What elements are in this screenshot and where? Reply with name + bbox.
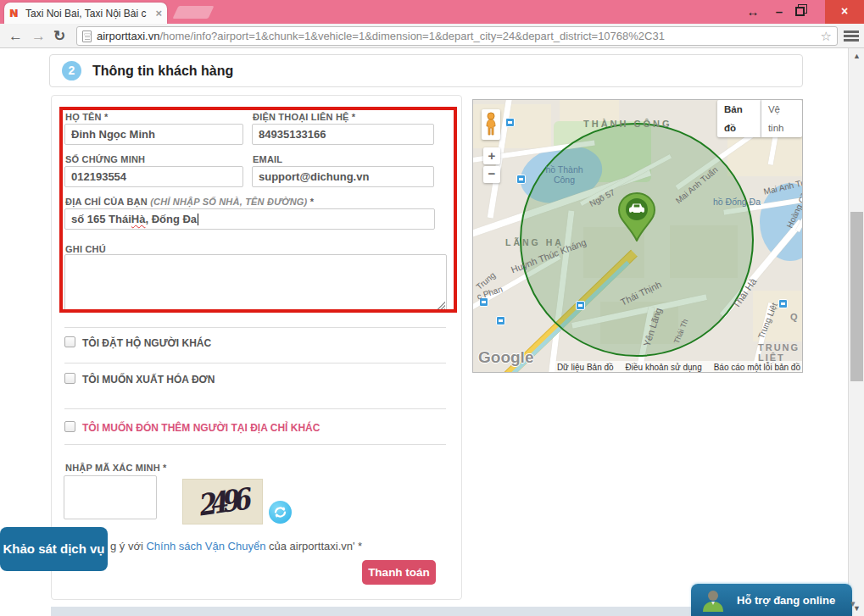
page-icon — [82, 31, 92, 42]
map-label-thanh-cong: THÀNH CÔNG — [583, 119, 672, 129]
name-input[interactable] — [64, 124, 243, 145]
agreement-text: g ý với Chính sách Vận Chuyển của airpor… — [110, 540, 362, 552]
terms-of-use-link[interactable]: Điều khoản sử dụng — [626, 363, 702, 372]
address-value-misspelled: Hà — [131, 213, 146, 225]
page-scrollbar[interactable]: ▲ ▼ — [848, 48, 864, 616]
text-cursor — [198, 214, 198, 225]
google-map[interactable]: Trường Đại học THÀNH CÔNG hồ Thành Công … — [472, 99, 803, 373]
invoice-checkbox[interactable] — [64, 373, 75, 384]
map-label-lang-ha: LÃNG HẠ — [505, 237, 564, 247]
street-view-pegman-control[interactable] — [482, 109, 500, 140]
captcha-text: 2496 — [198, 481, 248, 523]
pay-button[interactable]: Thanh toán — [362, 560, 436, 585]
survey-button[interactable]: Khảo sát dịch vụ — [0, 527, 108, 571]
window-resize-icon[interactable]: ↔ — [741, 0, 765, 24]
address-label: ĐỊA CHỈ CỦA BẠN (CHỈ NHẬP SỐ NHÀ, TÊN ĐƯ… — [65, 197, 314, 207]
site-favicon-icon: N — [9, 8, 21, 19]
map-zoom-out-button[interactable]: − — [483, 166, 500, 183]
browser-tab[interactable]: N Taxi Noi Bai, Taxi Nội Bài c × — [4, 3, 167, 24]
pegman-icon — [482, 109, 500, 140]
forward-icon[interactable]: → — [31, 24, 50, 48]
back-icon[interactable]: ← — [8, 24, 27, 48]
bus-stop-icon — [576, 301, 585, 310]
address-value: số 165 Thái — [71, 213, 131, 225]
refresh-icon[interactable]: ↻ — [53, 24, 72, 48]
email-label: EMAIL — [253, 154, 282, 164]
transport-policy-link[interactable]: Chính sách Vận Chuyển — [146, 540, 265, 552]
bus-stop-icon — [516, 175, 526, 184]
map-label-trung-liet-district: TRUNG LIỆT — [758, 342, 802, 363]
email-input[interactable] — [252, 166, 434, 187]
phone-label: ĐIỆN THOẠI LIÊN HỆ * — [253, 112, 355, 122]
section-title: Thông tin khách hàng — [92, 64, 233, 79]
chrome-menu-icon[interactable] — [844, 31, 859, 42]
section-header: 2 Thông tin khách hàng — [49, 54, 803, 87]
footer-strip — [51, 607, 803, 616]
phone-input[interactable] — [252, 124, 434, 145]
tab-close-icon[interactable]: × — [155, 7, 162, 19]
divider — [64, 408, 446, 409]
divider — [64, 363, 446, 363]
map-zoom-in-button[interactable]: + — [483, 147, 500, 164]
address-label-note: (CHỈ NHẬP SỐ NHÀ, TÊN ĐƯỜNG) — [150, 197, 307, 207]
scroll-up-icon[interactable]: ▲ — [849, 52, 864, 60]
id-number-label: SỐ CHỨNG MINH — [65, 154, 145, 164]
map-type-control: Bản đồ Vệ tinh — [717, 109, 802, 128]
scrollbar-thumb[interactable] — [850, 212, 863, 381]
support-chat-widget[interactable]: Hỗ trợ đang online — [691, 584, 852, 616]
chat-collapse-icon[interactable]: ▾ — [850, 598, 856, 609]
map-label-ho-dong-da: hồ Đống Đa — [713, 197, 761, 207]
captcha-refresh-button[interactable] — [269, 501, 292, 524]
browser-window: N Taxi Noi Bai, Taxi Nội Bài c × ↔ – × ←… — [0, 0, 864, 616]
report-map-error-link[interactable]: Báo cáo một lỗi bản đồ — [714, 363, 800, 372]
url-text[interactable]: airporttaxi.vn/home/info?airport=1&chunk… — [97, 30, 816, 42]
pickup-other-address-label: TÔI MUỐN ĐÓN THÊM NGƯỜI TẠI ĐỊA CHỈ KHÁC — [82, 422, 320, 434]
captcha-input[interactable] — [64, 475, 157, 519]
step-number-badge: 2 — [62, 61, 81, 80]
name-label: HỌ TÊN * — [65, 112, 109, 122]
refresh-arrows-icon — [273, 505, 287, 519]
bookmark-star-icon[interactable]: ☆ — [821, 29, 832, 44]
map-attribution: Dữ liệu Bản đồ Điều khoản sử dụng Báo cá… — [553, 361, 803, 373]
address-input[interactable]: số 165 Thái Hà, Đống Đa — [64, 208, 435, 230]
invoice-label: TÔI MUỐN XUẤT HÓA ĐƠN — [82, 374, 215, 386]
address-bar[interactable]: airporttaxi.vn/home/info?airport=1&chunk… — [76, 26, 838, 46]
window-minimize-button[interactable]: – — [767, 0, 791, 24]
map-label-qu-fragment: Q U — [790, 312, 803, 322]
divider — [64, 327, 446, 328]
id-number-input[interactable] — [64, 166, 243, 187]
window-close-button[interactable]: × — [825, 0, 864, 24]
map-type-satellite-button[interactable]: Vệ tinh — [761, 100, 802, 137]
book-for-other-label: TÔI ĐẶT HỘ NGƯỜI KHÁC — [82, 337, 211, 349]
url-domain: airporttaxi.vn — [97, 30, 159, 42]
book-for-other-checkbox[interactable] — [64, 336, 75, 347]
car-pickup-marker[interactable] — [618, 192, 655, 241]
chat-status-label: Hỗ trợ đang online — [737, 594, 835, 607]
divider — [64, 444, 446, 445]
notes-label: GHI CHÚ — [65, 244, 106, 254]
bus-stop-icon — [778, 299, 788, 308]
captcha-label: NHẬP MÃ XÁC MINH * — [65, 463, 167, 473]
bus-stop-icon — [496, 316, 505, 325]
captcha-image: 2496 — [182, 479, 263, 524]
tab-title: Taxi Noi Bai, Taxi Nội Bài c — [25, 8, 151, 19]
map-data-link[interactable]: Dữ liệu Bản đồ — [557, 363, 614, 372]
map-label-ho-thanh-cong: hồ Thành Công — [537, 164, 592, 185]
notes-textarea[interactable] — [64, 254, 447, 311]
bus-stop-icon — [505, 118, 515, 127]
textarea-resize-grip[interactable] — [438, 302, 445, 309]
map-type-map-button[interactable]: Bản đồ — [717, 100, 761, 137]
pickup-other-address-checkbox[interactable] — [64, 421, 75, 432]
new-tab-button[interactable] — [173, 6, 215, 19]
url-path: /home/info?airport=1&chunk=1&vehicle=1&d… — [159, 30, 665, 42]
google-logo: Google — [478, 348, 533, 367]
support-agent-avatar-icon — [701, 588, 725, 612]
window-restore-button[interactable] — [795, 7, 805, 16]
